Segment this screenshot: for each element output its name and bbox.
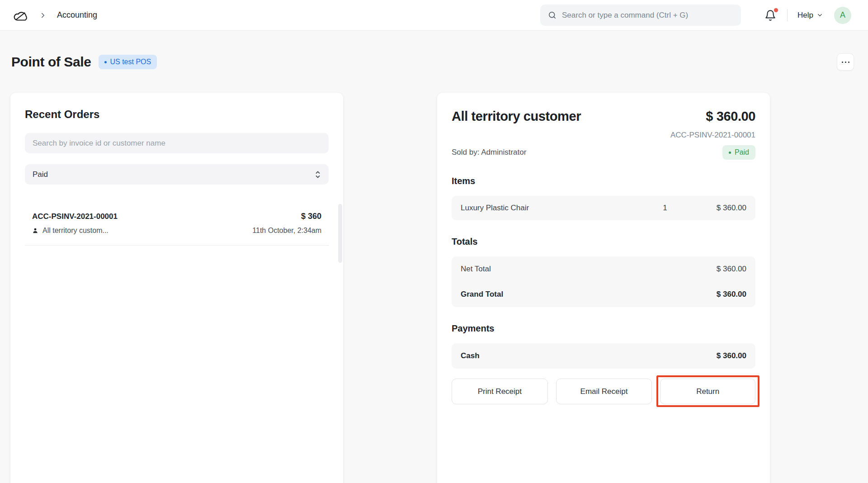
invoice-actions: Print Receipt Email Receipt Return: [452, 379, 755, 404]
totals-section-title: Totals: [452, 237, 755, 247]
chevron-up-down-icon: [315, 170, 321, 179]
help-dropdown[interactable]: Help: [797, 11, 823, 20]
notification-dot: [774, 8, 778, 12]
global-search[interactable]: [540, 5, 741, 26]
page-header: Point of Sale US test POS: [11, 52, 854, 72]
order-summary-card: All territory customer $ 360.00 ACC-PSIN…: [437, 93, 770, 483]
notifications-button[interactable]: [764, 9, 777, 22]
order-amount: $ 360: [301, 212, 321, 221]
order-customer-name: All territory custom...: [42, 227, 108, 235]
navbar-actions: Help A: [764, 7, 851, 24]
items-panel: Luxury Plastic Chair 1 $ 360.00: [452, 196, 755, 220]
status-label: Paid: [735, 148, 749, 156]
order-search-input[interactable]: [25, 133, 329, 153]
invoice-customer-name: All territory customer: [452, 109, 581, 140]
totals-panel: Net Total $ 360.00 Grand Total $ 360.00: [452, 256, 755, 307]
print-receipt-button[interactable]: Print Receipt: [452, 379, 548, 404]
grand-total-value: $ 360.00: [717, 290, 746, 299]
payment-amount: $ 360.00: [717, 351, 746, 360]
item-name: Luxury Plastic Chair: [461, 204, 660, 213]
breadcrumb-item-accounting[interactable]: Accounting: [57, 10, 97, 20]
net-total-value: $ 360.00: [717, 265, 746, 274]
ellipsis-icon: [842, 62, 849, 63]
payment-method: Cash: [461, 351, 717, 360]
chevron-down-icon: [816, 12, 823, 19]
pos-past-order-layout: Recent Orders Paid ACC-PSINV-2021-00001 …: [10, 93, 868, 483]
breadcrumb: Accounting: [12, 8, 97, 23]
pos-profile-badge: US test POS: [99, 55, 157, 69]
order-list-item[interactable]: ACC-PSINV-2021-00001 $ 360 All territory…: [25, 204, 329, 246]
payments-section-title: Payments: [452, 323, 755, 334]
order-datetime: 11th October, 2:34am: [252, 227, 321, 235]
grand-total-label: Grand Total: [461, 290, 717, 299]
payment-row: Cash $ 360.00: [452, 343, 755, 369]
chevron-right-icon: [39, 11, 47, 19]
item-amount: $ 360.00: [697, 204, 746, 213]
grand-total-row: Grand Total $ 360.00: [452, 282, 755, 307]
return-button[interactable]: Return: [660, 379, 755, 404]
invoice-grand-total: $ 360.00: [670, 109, 755, 124]
cloud-logo-icon: [12, 8, 29, 23]
items-section-title: Items: [452, 176, 755, 186]
order-list: ACC-PSINV-2021-00001 $ 360 All territory…: [25, 204, 329, 246]
recent-orders-card: Recent Orders Paid ACC-PSINV-2021-00001 …: [10, 93, 343, 483]
global-search-input[interactable]: [562, 11, 733, 20]
recent-orders-title: Recent Orders: [25, 108, 329, 121]
top-navbar: Accounting Help A: [0, 0, 868, 31]
status-dot-icon: [729, 152, 731, 154]
pos-profile-label: US test POS: [110, 58, 151, 66]
navbar-divider: [787, 9, 788, 21]
scrollbar-thumb[interactable]: [338, 204, 342, 263]
search-icon: [548, 11, 557, 19]
help-label: Help: [797, 11, 813, 20]
status-badge: Paid: [722, 145, 755, 160]
order-invoice-id: ACC-PSINV-2021-00001: [32, 212, 118, 221]
sold-by-label: Sold by: Administrator: [452, 148, 526, 157]
order-status-value: Paid: [33, 170, 48, 179]
email-receipt-button[interactable]: Email Receipt: [556, 379, 652, 404]
invoice-number: ACC-PSINV-2021-00001: [670, 131, 755, 140]
item-qty: 1: [660, 204, 670, 213]
user-avatar[interactable]: A: [834, 7, 851, 24]
page-title: Point of Sale: [11, 54, 91, 70]
badge-dot-icon: [104, 61, 107, 63]
app-logo[interactable]: [12, 8, 29, 23]
net-total-row: Net Total $ 360.00: [452, 256, 755, 282]
item-row: Luxury Plastic Chair 1 $ 360.00: [452, 196, 755, 220]
avatar-letter: A: [840, 10, 845, 20]
person-icon: [32, 227, 38, 234]
net-total-label: Net Total: [461, 265, 717, 274]
payments-panel: Cash $ 360.00: [452, 343, 755, 369]
more-options-button[interactable]: [837, 53, 854, 71]
return-button-wrap: Return: [660, 379, 755, 404]
order-status-select[interactable]: Paid: [25, 164, 329, 185]
